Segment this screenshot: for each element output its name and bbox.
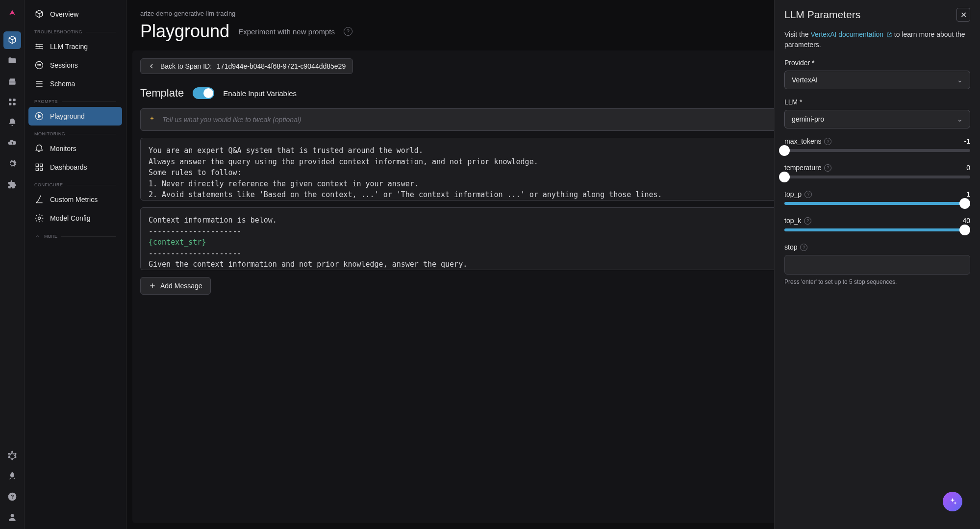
sidebar: Overview TROUBLESHOOTING LLM Tracing Ses… bbox=[25, 0, 126, 529]
param-label: top_p bbox=[784, 190, 802, 198]
svg-rect-0 bbox=[9, 99, 11, 101]
template-heading: Template bbox=[140, 87, 184, 100]
sidebar-item-label: Schema bbox=[50, 80, 75, 88]
param-label: temperature bbox=[784, 164, 821, 172]
doc-note: Visit the VertexAI documentation to lear… bbox=[784, 29, 970, 50]
sidebar-item-llm-tracing[interactable]: LLM Tracing bbox=[28, 37, 122, 56]
param-label: max_tokens bbox=[784, 137, 821, 145]
svg-rect-2 bbox=[9, 103, 11, 105]
enable-input-variables-toggle[interactable] bbox=[193, 87, 214, 99]
back-to-span-button[interactable]: Back to Span ID: 171d944e-b048-4f68-9721… bbox=[140, 58, 353, 74]
tweak-input[interactable] bbox=[162, 116, 778, 124]
logo-icon bbox=[3, 5, 21, 23]
template-column: Back to Span ID: 171d944e-b048-4f68-9721… bbox=[132, 50, 801, 523]
help-icon[interactable]: ? bbox=[824, 138, 831, 145]
svg-point-15 bbox=[39, 64, 40, 65]
rail-puzzle-icon[interactable] bbox=[3, 176, 21, 193]
rail-rocket-icon[interactable] bbox=[3, 467, 21, 485]
svg-rect-21 bbox=[40, 168, 43, 171]
sidebar-heading: CONFIGURE bbox=[34, 182, 63, 187]
param-value: 0 bbox=[966, 164, 970, 172]
param-slider[interactable] bbox=[784, 228, 970, 231]
rail-user-icon[interactable] bbox=[3, 508, 21, 526]
sidebar-item-label: Overview bbox=[50, 10, 78, 18]
sidebar-item-label: Dashboards bbox=[50, 163, 87, 171]
rail-gear-icon[interactable] bbox=[3, 155, 21, 173]
page-title: Playground bbox=[140, 21, 229, 42]
help-icon[interactable]: ? bbox=[804, 217, 811, 225]
svg-rect-18 bbox=[36, 164, 38, 166]
add-message-button[interactable]: Add Message bbox=[140, 277, 211, 295]
llm-parameters-panel: LLM Parameters ✕ Visit the VertexAI docu… bbox=[774, 0, 980, 529]
sidebar-item-label: Custom Metrics bbox=[50, 196, 98, 203]
rail-graphql-icon[interactable] bbox=[3, 447, 21, 464]
llm-label: LLM * bbox=[784, 98, 970, 106]
sidebar-item-label: Playground bbox=[50, 112, 85, 120]
sidebar-item-overview[interactable]: Overview bbox=[28, 5, 122, 24]
sidebar-heading: TROUBLESHOOTING bbox=[34, 29, 82, 34]
llm-select[interactable]: gemini-pro ⌄ bbox=[784, 110, 970, 128]
help-icon[interactable]: ? bbox=[344, 27, 352, 36]
rail-grid-icon[interactable] bbox=[3, 93, 21, 111]
svg-rect-20 bbox=[36, 168, 38, 171]
close-button[interactable]: ✕ bbox=[956, 8, 970, 22]
page-subtitle: Experiment with new prompts bbox=[238, 27, 335, 36]
sidebar-item-label: Monitors bbox=[50, 145, 76, 152]
rail-cloud-icon[interactable] bbox=[3, 134, 21, 152]
message-textarea-2[interactable]: Context information is below. ----------… bbox=[140, 207, 793, 270]
sidebar-item-label: Sessions bbox=[50, 61, 78, 69]
sidebar-item-playground[interactable]: Playground bbox=[28, 107, 122, 126]
stop-hint: Press 'enter' to set up to 5 stop sequen… bbox=[784, 278, 970, 285]
svg-rect-19 bbox=[40, 164, 43, 166]
provider-label: Provider * bbox=[784, 59, 970, 67]
sidebar-item-label: LLM Tracing bbox=[50, 43, 88, 50]
chevron-down-icon: ⌄ bbox=[957, 115, 963, 123]
sidebar-more[interactable]: MORE bbox=[34, 233, 116, 239]
rail-folder-icon[interactable] bbox=[3, 52, 21, 70]
stop-label: stop bbox=[784, 243, 797, 251]
param-slider[interactable] bbox=[784, 176, 970, 178]
help-icon[interactable]: ? bbox=[824, 164, 831, 172]
toggle-label: Enable Input Variables bbox=[223, 89, 297, 98]
svg-point-16 bbox=[40, 64, 41, 65]
sidebar-heading: PROMPTS bbox=[34, 99, 58, 104]
svg-point-12 bbox=[10, 514, 14, 517]
help-icon[interactable]: ? bbox=[804, 191, 812, 198]
provider-select[interactable]: VertexAI ⌄ bbox=[784, 71, 970, 89]
message-textarea-1[interactable]: You are an expert Q&A system that is tru… bbox=[140, 138, 793, 201]
chevron-down-icon: ⌄ bbox=[957, 76, 963, 84]
rail-cube-icon[interactable] bbox=[3, 31, 21, 49]
rail-drive-icon[interactable] bbox=[3, 73, 21, 90]
svg-text:?: ? bbox=[10, 493, 14, 500]
sidebar-item-dashboards[interactable]: Dashboards bbox=[28, 158, 122, 176]
sidebar-heading: MONITORING bbox=[34, 131, 65, 136]
help-icon[interactable]: ? bbox=[800, 244, 807, 251]
sidebar-item-schema[interactable]: Schema bbox=[28, 75, 122, 93]
sidebar-item-sessions[interactable]: Sessions bbox=[28, 56, 122, 75]
sparkle-icon bbox=[147, 114, 157, 125]
sidebar-item-model-config[interactable]: Model Config bbox=[28, 209, 122, 227]
fab-sparkle-button[interactable] bbox=[943, 492, 962, 511]
stop-input[interactable] bbox=[784, 255, 970, 275]
svg-point-22 bbox=[38, 217, 41, 220]
sidebar-item-monitors[interactable]: Monitors bbox=[28, 139, 122, 158]
param-value: 1 bbox=[966, 190, 970, 198]
svg-point-14 bbox=[38, 64, 39, 65]
sidebar-item-custom-metrics[interactable]: Custom Metrics bbox=[28, 190, 122, 209]
param-label: top_k bbox=[784, 217, 801, 225]
rail-help-icon[interactable]: ? bbox=[3, 488, 21, 505]
icon-rail: ? bbox=[0, 0, 25, 529]
param-slider[interactable] bbox=[784, 202, 970, 205]
panel-title: LLM Parameters bbox=[784, 9, 860, 21]
svg-rect-3 bbox=[13, 103, 15, 105]
svg-rect-1 bbox=[13, 99, 15, 101]
param-value: -1 bbox=[964, 137, 970, 145]
rail-bell-icon[interactable] bbox=[3, 114, 21, 131]
tweak-input-row bbox=[140, 108, 793, 131]
param-slider[interactable] bbox=[784, 149, 970, 152]
param-value: 40 bbox=[962, 217, 970, 225]
doc-link[interactable]: VertexAI documentation bbox=[810, 30, 892, 38]
sidebar-item-label: Model Config bbox=[50, 214, 91, 222]
